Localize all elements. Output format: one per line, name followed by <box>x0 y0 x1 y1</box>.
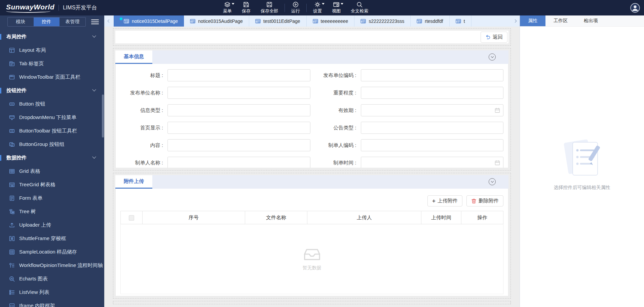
field-input[interactable] <box>361 87 504 99</box>
field-input[interactable] <box>361 157 504 168</box>
window-toolbar: 返回 <box>115 31 508 43</box>
field-input[interactable] <box>167 104 310 116</box>
page-tab[interactable]: rtesddfdf <box>411 15 449 27</box>
delete-attachment-button[interactable]: 删除附件 <box>466 195 503 206</box>
sidebar-tab-modules[interactable]: 模块 <box>8 17 34 26</box>
select-all-checkbox[interactable] <box>129 215 134 221</box>
fulltext-search-button[interactable]: 全文检索 <box>351 1 368 14</box>
control-item[interactable]: Layout 布局 <box>0 43 104 57</box>
page-tab[interactable]: notice0315DetailPage <box>114 15 184 27</box>
field-input[interactable] <box>167 122 310 134</box>
control-group: 布局控件 Layout 布局 Ta <box>0 30 104 84</box>
column-header[interactable]: 序号 <box>142 211 245 224</box>
field-input[interactable] <box>361 122 504 134</box>
control-item[interactable]: Grid 表格 <box>0 164 104 178</box>
page-tab[interactable]: t <box>450 15 471 27</box>
app-root: SunwayWorld LIMS开发平台 菜单 <box>0 0 644 307</box>
back-button[interactable]: 返回 <box>481 32 507 43</box>
field-input[interactable] <box>361 104 504 116</box>
form-row: 标题 : 发布单位编码 : <box>117 69 503 81</box>
control-group-header[interactable]: 按钮控件 <box>0 84 104 97</box>
view-button[interactable]: 视图 <box>332 1 341 14</box>
control-item[interactable]: ButtonToolbar 按钮工具栏 <box>0 124 104 138</box>
collapse-toggle[interactable] <box>489 178 496 185</box>
tab-scroll-right[interactable] <box>510 15 520 27</box>
control-item[interactable]: Form 表单 <box>0 191 104 205</box>
save-button[interactable]: 保存 <box>242 1 251 14</box>
column-header[interactable]: 操作 <box>461 211 503 224</box>
field-input[interactable] <box>361 69 504 81</box>
form-row: 内容 : 制单人编码 : <box>117 139 503 151</box>
sidebar-tab-group: 模块 控件 表管理 <box>7 17 86 27</box>
field-label: 制单人名称 : <box>117 160 167 166</box>
header-toolbar: 菜单 保存 保存全部 <box>218 0 373 15</box>
page-tab[interactable]: teeeeeeeeee <box>307 15 355 27</box>
field-label: 信息类型 : <box>117 107 167 114</box>
upload-attachment-button[interactable]: 上传附件 <box>427 195 462 206</box>
page-tab[interactable]: test0011EditPage <box>249 15 307 27</box>
empty-text: 暂无数据 <box>303 265 321 271</box>
field-input[interactable] <box>167 157 310 168</box>
settings-button[interactable]: 设置 <box>313 1 322 14</box>
field-input[interactable] <box>167 87 310 99</box>
table-empty-state: 暂无数据 <box>120 224 503 294</box>
attachment-panel: 附件上传 上传附件 删除附件 <box>115 175 508 296</box>
control-item[interactable]: DropdownMenu 下拉菜单 <box>0 111 104 124</box>
panel-tab-basic[interactable]: 基本信息 <box>115 50 152 64</box>
control-item[interactable]: ShuttleFrame 穿梭框 <box>0 232 104 245</box>
layers-icon <box>225 2 230 7</box>
run-button[interactable]: 运行 <box>291 1 300 14</box>
control-item[interactable]: SampleLocation 样品储存 <box>0 245 104 259</box>
calendar-icon[interactable] <box>495 108 500 113</box>
field-input[interactable] <box>167 139 310 151</box>
save-all-button[interactable]: 保存全部 <box>261 1 278 14</box>
sidebar-tab-controls[interactable]: 控件 <box>34 17 60 26</box>
control-item[interactable]: WindowToolbar 页面工具栏 <box>0 70 104 84</box>
control-item[interactable]: Uploader 上传 <box>0 218 104 232</box>
empty-properties-illustration <box>559 138 606 179</box>
control-item[interactable]: Iframe 内联框架 <box>0 299 104 307</box>
panel-tab-attachment[interactable]: 附件上传 <box>115 175 152 189</box>
calendar-icon[interactable] <box>495 160 500 165</box>
selection-outline: 返回 <box>113 28 511 46</box>
tab-properties[interactable]: 属性 <box>520 15 545 26</box>
control-item[interactable]: TreeGrid 树表格 <box>0 178 104 191</box>
page-tab[interactable]: notice0315AuditPage <box>184 15 249 27</box>
view-icon <box>334 2 339 6</box>
logo[interactable]: SunwayWorld <box>6 3 54 13</box>
control-group-header[interactable]: 布局控件 <box>0 30 104 43</box>
shuttle-frame-icon <box>10 236 14 241</box>
menu-hamburger-icon[interactable] <box>91 18 99 26</box>
tab-checkout-items[interactable]: 检出项 <box>576 15 606 26</box>
field-input[interactable] <box>167 69 310 81</box>
tab-scroll-left[interactable] <box>104 15 114 27</box>
control-item[interactable]: ButtonGroup 按钮组 <box>0 138 104 151</box>
control-group-header[interactable]: 数据控件 <box>0 151 104 164</box>
column-header[interactable]: 上传时间 <box>421 211 461 224</box>
app-title: LIMS开发平台 <box>63 4 97 11</box>
column-header[interactable]: 文件名称 <box>245 211 307 224</box>
page-tab[interactable]: s2222222223sss <box>354 15 411 27</box>
control-item[interactable]: ListView 列表 <box>0 285 104 299</box>
control-item[interactable]: WorkflowOpinionTimeline 流程时间轴 <box>0 259 104 272</box>
control-item[interactable]: Button 按钮 <box>0 97 104 111</box>
sidebar-scrollbar[interactable] <box>102 94 104 138</box>
sidebar-tab-tables[interactable]: 表管理 <box>60 17 85 26</box>
page-icon <box>361 19 366 24</box>
field-label: 发布单位编码 : <box>310 72 361 79</box>
attachment-table: 序号文件名称上传人上传时间操作 <box>120 211 503 224</box>
collapse-toggle[interactable] <box>489 53 496 61</box>
control-item[interactable]: Tree 树 <box>0 205 104 218</box>
field-input[interactable] <box>361 139 504 151</box>
tab-workspace[interactable]: 工作区 <box>545 15 576 26</box>
form-icon <box>10 196 14 200</box>
echarts-icon <box>10 276 14 281</box>
column-header[interactable]: 上传人 <box>307 211 421 224</box>
selection-outline <box>113 301 511 304</box>
page-icon <box>417 19 422 24</box>
control-item[interactable]: Echarts 图表 <box>0 272 104 285</box>
page-icon <box>255 19 261 24</box>
control-item[interactable]: Tab 标签页 <box>0 57 104 70</box>
menu-button[interactable]: 菜单 <box>223 1 232 14</box>
user-avatar[interactable] <box>630 3 640 13</box>
